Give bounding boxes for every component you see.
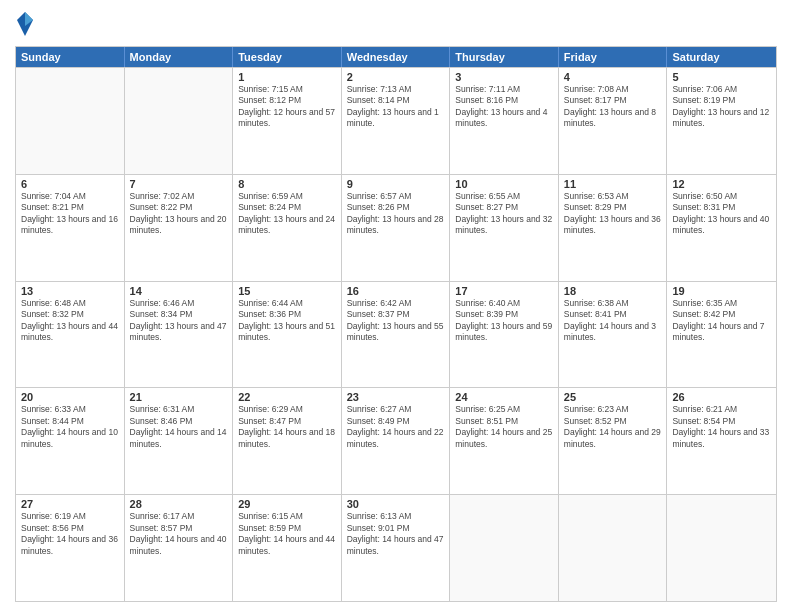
calendar-cell: 20Sunrise: 6:33 AM Sunset: 8:44 PM Dayli… xyxy=(16,388,125,494)
calendar-cell: 24Sunrise: 6:25 AM Sunset: 8:51 PM Dayli… xyxy=(450,388,559,494)
day-info: Sunrise: 7:02 AM Sunset: 8:22 PM Dayligh… xyxy=(130,191,228,237)
calendar-cell: 4Sunrise: 7:08 AM Sunset: 8:17 PM Daylig… xyxy=(559,68,668,174)
day-info: Sunrise: 7:11 AM Sunset: 8:16 PM Dayligh… xyxy=(455,84,553,130)
calendar-header-cell: Thursday xyxy=(450,47,559,67)
day-number: 30 xyxy=(347,498,445,510)
day-info: Sunrise: 6:29 AM Sunset: 8:47 PM Dayligh… xyxy=(238,404,336,450)
day-info: Sunrise: 6:21 AM Sunset: 8:54 PM Dayligh… xyxy=(672,404,771,450)
day-info: Sunrise: 6:59 AM Sunset: 8:24 PM Dayligh… xyxy=(238,191,336,237)
calendar-cell: 2Sunrise: 7:13 AM Sunset: 8:14 PM Daylig… xyxy=(342,68,451,174)
day-info: Sunrise: 7:06 AM Sunset: 8:19 PM Dayligh… xyxy=(672,84,771,130)
day-number: 7 xyxy=(130,178,228,190)
day-info: Sunrise: 6:55 AM Sunset: 8:27 PM Dayligh… xyxy=(455,191,553,237)
day-info: Sunrise: 7:04 AM Sunset: 8:21 PM Dayligh… xyxy=(21,191,119,237)
day-number: 26 xyxy=(672,391,771,403)
calendar-row: 20Sunrise: 6:33 AM Sunset: 8:44 PM Dayli… xyxy=(16,387,776,494)
day-number: 13 xyxy=(21,285,119,297)
calendar-cell xyxy=(16,68,125,174)
day-info: Sunrise: 6:15 AM Sunset: 8:59 PM Dayligh… xyxy=(238,511,336,557)
header xyxy=(15,10,777,38)
day-number: 16 xyxy=(347,285,445,297)
day-number: 21 xyxy=(130,391,228,403)
day-number: 3 xyxy=(455,71,553,83)
day-info: Sunrise: 6:33 AM Sunset: 8:44 PM Dayligh… xyxy=(21,404,119,450)
day-info: Sunrise: 6:25 AM Sunset: 8:51 PM Dayligh… xyxy=(455,404,553,450)
day-number: 22 xyxy=(238,391,336,403)
calendar-cell: 6Sunrise: 7:04 AM Sunset: 8:21 PM Daylig… xyxy=(16,175,125,281)
day-number: 11 xyxy=(564,178,662,190)
calendar-cell: 21Sunrise: 6:31 AM Sunset: 8:46 PM Dayli… xyxy=(125,388,234,494)
calendar-cell: 14Sunrise: 6:46 AM Sunset: 8:34 PM Dayli… xyxy=(125,282,234,388)
calendar-row: 27Sunrise: 6:19 AM Sunset: 8:56 PM Dayli… xyxy=(16,494,776,601)
logo-icon xyxy=(15,10,35,38)
day-number: 10 xyxy=(455,178,553,190)
calendar-header: SundayMondayTuesdayWednesdayThursdayFrid… xyxy=(16,47,776,67)
day-info: Sunrise: 6:23 AM Sunset: 8:52 PM Dayligh… xyxy=(564,404,662,450)
day-number: 9 xyxy=(347,178,445,190)
calendar-cell: 27Sunrise: 6:19 AM Sunset: 8:56 PM Dayli… xyxy=(16,495,125,601)
day-info: Sunrise: 6:57 AM Sunset: 8:26 PM Dayligh… xyxy=(347,191,445,237)
calendar-cell: 8Sunrise: 6:59 AM Sunset: 8:24 PM Daylig… xyxy=(233,175,342,281)
calendar-cell: 30Sunrise: 6:13 AM Sunset: 9:01 PM Dayli… xyxy=(342,495,451,601)
day-info: Sunrise: 6:13 AM Sunset: 9:01 PM Dayligh… xyxy=(347,511,445,557)
day-info: Sunrise: 6:48 AM Sunset: 8:32 PM Dayligh… xyxy=(21,298,119,344)
calendar-cell: 1Sunrise: 7:15 AM Sunset: 8:12 PM Daylig… xyxy=(233,68,342,174)
calendar-row: 1Sunrise: 7:15 AM Sunset: 8:12 PM Daylig… xyxy=(16,67,776,174)
calendar-cell: 29Sunrise: 6:15 AM Sunset: 8:59 PM Dayli… xyxy=(233,495,342,601)
calendar-row: 13Sunrise: 6:48 AM Sunset: 8:32 PM Dayli… xyxy=(16,281,776,388)
day-info: Sunrise: 6:38 AM Sunset: 8:41 PM Dayligh… xyxy=(564,298,662,344)
calendar-cell: 7Sunrise: 7:02 AM Sunset: 8:22 PM Daylig… xyxy=(125,175,234,281)
day-number: 19 xyxy=(672,285,771,297)
day-info: Sunrise: 6:35 AM Sunset: 8:42 PM Dayligh… xyxy=(672,298,771,344)
day-number: 2 xyxy=(347,71,445,83)
calendar-cell: 28Sunrise: 6:17 AM Sunset: 8:57 PM Dayli… xyxy=(125,495,234,601)
calendar-cell xyxy=(667,495,776,601)
day-number: 29 xyxy=(238,498,336,510)
day-info: Sunrise: 7:15 AM Sunset: 8:12 PM Dayligh… xyxy=(238,84,336,130)
day-number: 5 xyxy=(672,71,771,83)
day-info: Sunrise: 6:31 AM Sunset: 8:46 PM Dayligh… xyxy=(130,404,228,450)
day-info: Sunrise: 7:13 AM Sunset: 8:14 PM Dayligh… xyxy=(347,84,445,130)
day-number: 24 xyxy=(455,391,553,403)
calendar-cell: 15Sunrise: 6:44 AM Sunset: 8:36 PM Dayli… xyxy=(233,282,342,388)
calendar-cell: 5Sunrise: 7:06 AM Sunset: 8:19 PM Daylig… xyxy=(667,68,776,174)
day-info: Sunrise: 6:50 AM Sunset: 8:31 PM Dayligh… xyxy=(672,191,771,237)
day-number: 28 xyxy=(130,498,228,510)
calendar-cell: 11Sunrise: 6:53 AM Sunset: 8:29 PM Dayli… xyxy=(559,175,668,281)
calendar-body: 1Sunrise: 7:15 AM Sunset: 8:12 PM Daylig… xyxy=(16,67,776,601)
calendar: SundayMondayTuesdayWednesdayThursdayFrid… xyxy=(15,46,777,602)
calendar-cell xyxy=(125,68,234,174)
calendar-cell: 26Sunrise: 6:21 AM Sunset: 8:54 PM Dayli… xyxy=(667,388,776,494)
calendar-cell: 23Sunrise: 6:27 AM Sunset: 8:49 PM Dayli… xyxy=(342,388,451,494)
calendar-cell: 18Sunrise: 6:38 AM Sunset: 8:41 PM Dayli… xyxy=(559,282,668,388)
day-number: 27 xyxy=(21,498,119,510)
day-number: 23 xyxy=(347,391,445,403)
calendar-cell: 10Sunrise: 6:55 AM Sunset: 8:27 PM Dayli… xyxy=(450,175,559,281)
calendar-cell: 9Sunrise: 6:57 AM Sunset: 8:26 PM Daylig… xyxy=(342,175,451,281)
day-info: Sunrise: 6:19 AM Sunset: 8:56 PM Dayligh… xyxy=(21,511,119,557)
calendar-header-cell: Sunday xyxy=(16,47,125,67)
day-info: Sunrise: 6:17 AM Sunset: 8:57 PM Dayligh… xyxy=(130,511,228,557)
calendar-cell xyxy=(450,495,559,601)
calendar-header-cell: Friday xyxy=(559,47,668,67)
day-info: Sunrise: 6:42 AM Sunset: 8:37 PM Dayligh… xyxy=(347,298,445,344)
day-number: 25 xyxy=(564,391,662,403)
calendar-cell: 13Sunrise: 6:48 AM Sunset: 8:32 PM Dayli… xyxy=(16,282,125,388)
day-info: Sunrise: 6:40 AM Sunset: 8:39 PM Dayligh… xyxy=(455,298,553,344)
calendar-cell: 16Sunrise: 6:42 AM Sunset: 8:37 PM Dayli… xyxy=(342,282,451,388)
calendar-cell: 22Sunrise: 6:29 AM Sunset: 8:47 PM Dayli… xyxy=(233,388,342,494)
calendar-cell: 19Sunrise: 6:35 AM Sunset: 8:42 PM Dayli… xyxy=(667,282,776,388)
day-number: 18 xyxy=(564,285,662,297)
page: SundayMondayTuesdayWednesdayThursdayFrid… xyxy=(0,0,792,612)
day-number: 8 xyxy=(238,178,336,190)
calendar-cell: 12Sunrise: 6:50 AM Sunset: 8:31 PM Dayli… xyxy=(667,175,776,281)
day-number: 14 xyxy=(130,285,228,297)
day-number: 12 xyxy=(672,178,771,190)
calendar-cell xyxy=(559,495,668,601)
day-info: Sunrise: 6:27 AM Sunset: 8:49 PM Dayligh… xyxy=(347,404,445,450)
day-number: 4 xyxy=(564,71,662,83)
day-info: Sunrise: 6:46 AM Sunset: 8:34 PM Dayligh… xyxy=(130,298,228,344)
calendar-cell: 25Sunrise: 6:23 AM Sunset: 8:52 PM Dayli… xyxy=(559,388,668,494)
day-info: Sunrise: 6:44 AM Sunset: 8:36 PM Dayligh… xyxy=(238,298,336,344)
logo xyxy=(15,10,39,38)
